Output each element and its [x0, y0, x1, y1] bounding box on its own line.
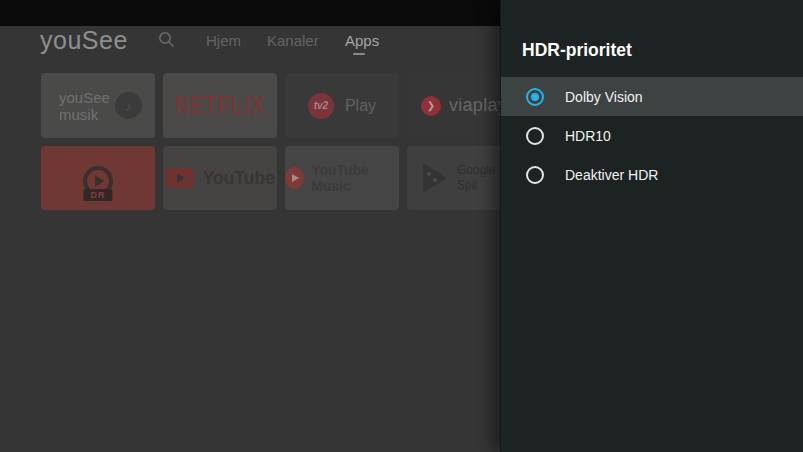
app-tile-yousee-musik[interactable]: youSee musik ♪	[41, 73, 155, 138]
youtube-play-icon	[165, 168, 194, 188]
nav-tab-hjem[interactable]: Hjem	[206, 32, 241, 49]
nav-tab-kanaler[interactable]: Kanaler	[267, 32, 319, 49]
panel-title: HDR-prioritet	[522, 40, 632, 61]
radio-selected-icon	[526, 88, 544, 106]
search-icon[interactable]	[158, 31, 175, 48]
netflix-wordmark: NETFLIX	[175, 91, 265, 121]
dr-logo-badge: DR	[84, 189, 113, 201]
option-hdr10[interactable]: HDR10	[501, 116, 803, 155]
app-tile-youtube-music[interactable]: YouTube Music	[285, 146, 399, 210]
option-dolby-vision[interactable]: Dolby Vision	[501, 77, 803, 116]
option-label: Deaktiver HDR	[565, 167, 658, 183]
app-tile-tv2-play[interactable]: tv2 Play	[285, 73, 399, 138]
app-tile-netflix[interactable]: NETFLIX	[163, 73, 277, 138]
google-play-games-icon	[423, 163, 447, 193]
youtube-music-label: YouTube Music	[311, 162, 399, 194]
option-label: HDR10	[565, 128, 611, 144]
youtube-label: YouTube	[202, 168, 274, 189]
app-tile-youtube[interactable]: YouTube	[163, 146, 277, 210]
hdr-settings-panel: HDR-prioritet Dolby Vision HDR10 Deaktiv…	[500, 0, 803, 452]
option-label: Dolby Vision	[565, 89, 643, 105]
tv-settings-screen: youSee Hjem Kanaler Apps youSee musik ♪ …	[0, 0, 803, 452]
radio-unselected-icon	[526, 166, 544, 184]
tv2-logo-icon: tv2	[308, 93, 334, 119]
radio-unselected-icon	[526, 127, 544, 145]
viaplay-label: viaplay	[449, 95, 507, 116]
music-note-icon: ♪	[115, 92, 142, 119]
viaplay-chevron-icon: ❯	[421, 96, 441, 116]
yousee-logo: youSee	[40, 26, 128, 55]
active-tab-underline	[353, 53, 365, 55]
nav-tab-apps[interactable]: Apps	[345, 32, 379, 49]
option-deaktiver-hdr[interactable]: Deaktiver HDR	[501, 155, 803, 194]
app-tile-drtv[interactable]: DR	[41, 146, 155, 210]
youtube-music-icon	[285, 167, 304, 189]
hdr-options-list: Dolby Vision HDR10 Deaktiver HDR	[501, 77, 803, 194]
tv2-play-label: Play	[345, 97, 376, 115]
yousee-musik-label: youSee musik	[59, 89, 110, 123]
